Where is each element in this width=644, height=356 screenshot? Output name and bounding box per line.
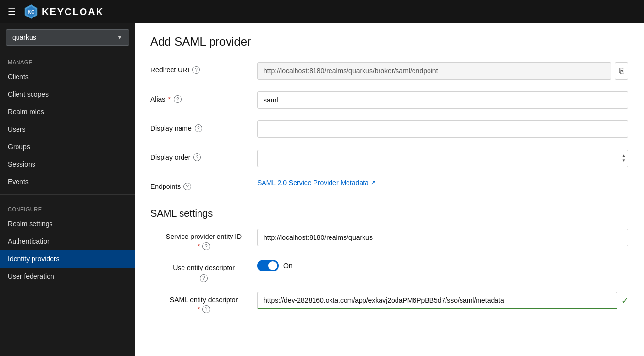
toggle-slider — [257, 260, 279, 271]
keycloak-logo: KC — [23, 4, 39, 19]
sidebar-item-groups-label: Groups — [8, 143, 30, 151]
display-name-row: Display name ? — [150, 120, 628, 140]
display-name-control — [257, 120, 628, 138]
display-order-row: Display order ? ▲ ▼ — [150, 150, 628, 169]
redirect-uri-input[interactable] — [257, 62, 611, 80]
saml-entity-descriptor-input[interactable] — [257, 292, 617, 309]
logo-text: KEYCLOAK — [42, 6, 104, 17]
endpoints-help-icon[interactable]: ? — [183, 183, 191, 190]
sidebar-item-events-label: Events — [8, 178, 29, 186]
sidebar-item-authentication-label: Authentication — [8, 237, 51, 245]
endpoints-control: SAML 2.0 Service Provider Metadata ↗ — [257, 179, 628, 186]
sidebar-item-realm-roles[interactable]: Realm roles — [0, 103, 135, 120]
display-order-number-wrap: ▲ ▼ — [257, 150, 628, 167]
external-link-icon: ↗ — [371, 179, 376, 186]
alias-required-marker: * — [168, 95, 170, 103]
use-entity-descriptor-row: Use entity descriptor ? On — [150, 260, 628, 282]
use-entity-descriptor-label: Use entity descriptor ? — [150, 260, 257, 282]
display-order-label: Display order ? — [150, 150, 257, 161]
endpoints-row: Endpoints ? SAML 2.0 Service Provider Me… — [150, 179, 628, 198]
service-provider-entity-id-label: Service provider entity ID * ? — [150, 229, 257, 250]
main-layout: quarkus ▼ Manage Clients Client scopes R… — [0, 23, 644, 356]
toggle-on-label: On — [283, 262, 293, 270]
sidebar-item-client-scopes-label: Client scopes — [8, 90, 49, 98]
endpoints-label: Endpoints ? — [150, 179, 257, 190]
alias-input[interactable] — [257, 91, 628, 109]
alias-row: Alias * ? — [150, 91, 628, 111]
redirect-uri-label: Redirect URI ? — [150, 62, 257, 74]
sidebar-item-realm-settings[interactable]: Realm settings — [0, 215, 135, 233]
redirect-uri-help-icon[interactable]: ? — [192, 66, 200, 74]
copy-redirect-uri-button[interactable]: ⎘ — [615, 62, 628, 80]
display-order-help-icon[interactable]: ? — [193, 153, 201, 161]
sp-entity-id-required-marker: * — [198, 242, 200, 250]
sidebar-item-groups[interactable]: Groups — [0, 138, 135, 155]
saml-entity-descriptor-control: ✓ — [257, 292, 628, 309]
sidebar-item-clients[interactable]: Clients — [0, 68, 135, 85]
use-entity-descriptor-control: On — [257, 260, 628, 271]
hamburger-icon[interactable]: ☰ — [8, 6, 16, 17]
page-title: Add SAML provider — [150, 35, 628, 49]
content-area: Add SAML provider Redirect URI ? ⎘ Alias… — [135, 23, 644, 356]
sidebar: quarkus ▼ Manage Clients Client scopes R… — [0, 23, 135, 356]
sidebar-item-realm-roles-label: Realm roles — [8, 108, 44, 116]
chevron-down-icon: ▼ — [117, 34, 123, 41]
saml-entity-descriptor-row: SAML entity descriptor * ? ✓ — [150, 292, 628, 313]
logo-area: KC KEYCLOAK — [23, 4, 104, 19]
service-provider-entity-id-input[interactable] — [257, 229, 628, 246]
sidebar-item-users-label: Users — [8, 125, 26, 133]
sp-entity-id-help-icon[interactable]: ? — [202, 242, 210, 250]
sidebar-item-identity-providers[interactable]: Identity providers — [0, 250, 135, 268]
entity-descriptor-toggle-wrap: On — [257, 260, 293, 271]
sidebar-item-sessions-label: Sessions — [8, 160, 35, 168]
svg-text:KC: KC — [27, 9, 35, 15]
display-name-help-icon[interactable]: ? — [195, 124, 202, 132]
redirect-uri-control: ⎘ — [257, 62, 628, 80]
alias-label: Alias * ? — [150, 91, 257, 103]
saml-entity-descriptor-required-marker: * — [198, 305, 200, 313]
sidebar-item-authentication[interactable]: Authentication — [0, 233, 135, 250]
top-nav: ☰ KC KEYCLOAK — [0, 0, 644, 23]
configure-section-label: Configure — [0, 199, 135, 215]
sidebar-item-client-scopes[interactable]: Client scopes — [0, 85, 135, 103]
service-provider-entity-id-control — [257, 229, 628, 246]
saml-entity-descriptor-label: SAML entity descriptor * ? — [150, 292, 257, 313]
sidebar-item-sessions[interactable]: Sessions — [0, 155, 135, 173]
realm-selector[interactable]: quarkus ▼ — [6, 29, 129, 46]
success-check-icon: ✓ — [621, 295, 628, 306]
sidebar-item-identity-providers-label: Identity providers — [8, 255, 60, 263]
sidebar-divider — [0, 194, 135, 195]
sidebar-item-user-federation[interactable]: User federation — [0, 268, 135, 285]
spinner-down-button[interactable]: ▼ — [621, 158, 627, 163]
spinner-up-button[interactable]: ▲ — [621, 153, 627, 158]
sidebar-item-user-federation-label: User federation — [8, 272, 54, 280]
saml-metadata-link-text: SAML 2.0 Service Provider Metadata — [257, 179, 369, 186]
sidebar-item-users[interactable]: Users — [0, 120, 135, 138]
manage-section-label: Manage — [0, 51, 135, 68]
saml-metadata-link[interactable]: SAML 2.0 Service Provider Metadata ↗ — [257, 179, 376, 186]
use-entity-descriptor-help-icon[interactable]: ? — [200, 274, 208, 282]
alias-help-icon[interactable]: ? — [174, 95, 182, 103]
entity-descriptor-toggle[interactable] — [257, 260, 279, 271]
saml-settings-section-title: SAML settings — [150, 208, 628, 219]
service-provider-entity-id-row: Service provider entity ID * ? — [150, 229, 628, 250]
display-order-input[interactable] — [257, 150, 628, 167]
redirect-uri-row: Redirect URI ? ⎘ — [150, 62, 628, 82]
display-name-input[interactable] — [257, 120, 628, 138]
realm-name: quarkus — [12, 34, 36, 41]
sidebar-item-events[interactable]: Events — [0, 173, 135, 190]
saml-entity-descriptor-help-icon[interactable]: ? — [202, 305, 210, 313]
sidebar-item-realm-settings-label: Realm settings — [8, 220, 53, 228]
display-name-label: Display name ? — [150, 120, 257, 132]
display-order-control: ▲ ▼ — [257, 150, 628, 167]
sidebar-item-clients-label: Clients — [8, 73, 29, 81]
alias-control — [257, 91, 628, 109]
display-order-spinners: ▲ ▼ — [621, 153, 627, 163]
